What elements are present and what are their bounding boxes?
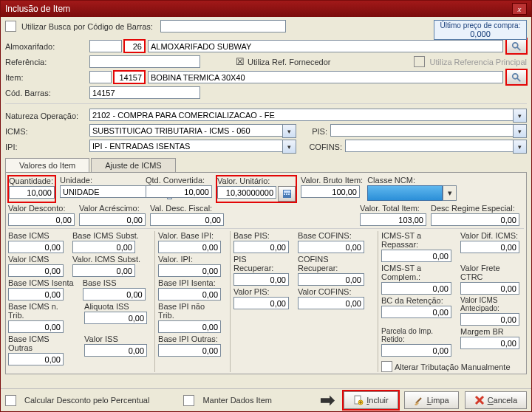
classe-ncm-label: Classe NCM: xyxy=(367,176,457,185)
cancela-button[interactable]: Cancela xyxy=(465,391,527,409)
broom-icon xyxy=(414,395,424,405)
item-code-blank[interactable] xyxy=(89,71,112,83)
cofins-value[interactable] xyxy=(345,140,513,152)
chevron-down-icon[interactable]: ▾ xyxy=(443,185,457,201)
valor-bruto-input[interactable] xyxy=(301,185,360,198)
valor-unitario-calc-button[interactable] xyxy=(278,186,296,202)
almoxarifado-code-highlight[interactable] xyxy=(124,40,145,52)
chevron-down-icon[interactable]: ▾ xyxy=(513,124,527,138)
chevron-down-icon[interactable]: ▾ xyxy=(513,109,527,123)
parcela-imp-retido-input[interactable] xyxy=(381,344,451,357)
base-icms-ntrib-input[interactable] xyxy=(8,320,64,333)
parcela-imp-retido-label: Parcela do Imp. Retido: xyxy=(381,327,451,343)
close-icon[interactable]: x xyxy=(512,3,527,15)
limpa-text: impa xyxy=(432,396,449,405)
footer-bar: Calcular Desconto pelo Percentual Manter… xyxy=(1,388,531,411)
valor-unitario-input[interactable] xyxy=(217,186,276,199)
arrow-annotation-icon: ➡ xyxy=(320,390,335,411)
cofins-recuperar-label: COFINS Recuperar: xyxy=(298,255,370,272)
base-icms-outras-input[interactable] xyxy=(8,353,64,365)
base-pis-input[interactable] xyxy=(233,241,289,253)
almoxarifado-lookup-button[interactable] xyxy=(506,38,527,54)
use-barcode-checkbox[interactable] xyxy=(5,21,16,32)
qtd-convertida-input[interactable] xyxy=(146,185,212,198)
manter-dados-item-checkbox[interactable] xyxy=(183,395,194,406)
classe-ncm-field[interactable] xyxy=(367,185,443,201)
referencia-label: Referência: xyxy=(5,58,86,66)
pis-select[interactable]: ▾ xyxy=(330,124,527,138)
base-ipi-outras-input[interactable] xyxy=(158,344,221,357)
natureza-operacao-value[interactable] xyxy=(89,109,513,121)
svg-line-3 xyxy=(517,78,520,80)
valor-icms-input[interactable] xyxy=(8,264,64,277)
cofins-select[interactable]: ▾ xyxy=(345,140,527,154)
base-icms-isenta-input[interactable] xyxy=(8,288,64,301)
window-title: Inclusão de Item xyxy=(5,4,70,14)
bc-retencao-input[interactable] xyxy=(381,306,451,318)
icms-value[interactable] xyxy=(89,124,282,137)
icms-st-complem-input[interactable] xyxy=(381,282,451,295)
val-desc-fiscal-input[interactable] xyxy=(150,213,224,226)
desc-regime-especial-input[interactable] xyxy=(431,213,519,226)
barcode-search-input[interactable] xyxy=(160,20,286,32)
base-cofins-label: Base COFINS: xyxy=(298,231,364,240)
unidade-select[interactable]: ▾ xyxy=(60,185,141,199)
chevron-down-icon[interactable]: ▾ xyxy=(282,140,296,154)
base-icms-subst-input[interactable] xyxy=(72,241,135,253)
valor-frete-ctrc-input[interactable] xyxy=(460,282,519,295)
valor-unitario-label: Valor. Unitário: xyxy=(217,176,296,185)
base-icms-outras-label: Base ICMS Outras xyxy=(8,334,75,352)
calc-desconto-percentual-checkbox[interactable] xyxy=(5,395,16,406)
ipi-select[interactable]: ▾ xyxy=(89,140,296,154)
limpa-button[interactable]: Limpa xyxy=(404,391,459,409)
aliquota-iss-label: Aliquota ISS xyxy=(84,302,147,311)
valor-icms-antecipado-input[interactable] xyxy=(460,313,519,326)
calc-desconto-percentual-label: Calcular Desconto pelo Percentual xyxy=(24,396,149,405)
icms-st-repassar-input[interactable] xyxy=(381,250,451,262)
chevron-down-icon[interactable]: ▾ xyxy=(282,124,296,138)
codbarras-input[interactable] xyxy=(89,86,200,99)
base-ipi-isenta-input[interactable] xyxy=(158,288,221,301)
almoxarifado-code-input[interactable] xyxy=(89,40,122,52)
item-code-input[interactable] xyxy=(114,71,145,83)
alterar-tributacao-checkbox[interactable] xyxy=(381,361,392,372)
item-label: Item: xyxy=(5,73,86,82)
base-cofins-input[interactable] xyxy=(298,241,364,253)
search-icon xyxy=(511,41,522,52)
base-icms-input[interactable] xyxy=(8,241,64,253)
quantidade-input[interactable] xyxy=(9,186,55,199)
valor-total-input[interactable] xyxy=(360,213,426,226)
tab-valores[interactable]: Valores do Item xyxy=(5,158,89,172)
base-ipi-isenta-label: Base IPI Isenta: xyxy=(158,278,222,287)
valor-icms-subst-input[interactable] xyxy=(72,264,135,277)
item-name-input[interactable] xyxy=(148,71,503,83)
valor-pis-input[interactable] xyxy=(233,297,289,309)
base-ipi-outras-label: Base IPI Outras: xyxy=(158,334,222,343)
cofins-recuperar-input[interactable] xyxy=(298,273,364,286)
utiliza-ref-principal-label: Utiliza Referencia Principal xyxy=(430,58,527,66)
almoxarifado-name-input[interactable] xyxy=(148,40,503,52)
valor-cofins-input[interactable] xyxy=(298,297,364,309)
valor-dif-icms-input[interactable] xyxy=(460,241,519,253)
base-iss-input[interactable] xyxy=(83,288,146,301)
valor-acrescimo-input[interactable] xyxy=(79,213,146,226)
referencia-input[interactable] xyxy=(89,55,200,68)
use-barcode-label: Utilizar Busca por Código de Barras: xyxy=(21,22,153,31)
valor-desconto-input[interactable] xyxy=(8,213,75,226)
aliquota-iss-input[interactable] xyxy=(84,312,147,324)
item-lookup-button[interactable] xyxy=(506,69,527,85)
margem-br-input[interactable] xyxy=(460,337,519,349)
natureza-operacao-select[interactable]: ▾ xyxy=(89,109,527,123)
tab-ajuste-icms[interactable]: Ajuste de ICMS xyxy=(91,158,175,172)
pis-value[interactable] xyxy=(330,124,513,137)
valor-base-ipi-input[interactable] xyxy=(158,241,221,253)
icms-select[interactable]: ▾ xyxy=(89,124,296,138)
pis-recuperar-input[interactable] xyxy=(233,273,289,286)
valor-iss-input[interactable] xyxy=(84,344,147,357)
chevron-down-icon[interactable]: ▾ xyxy=(513,140,527,154)
utiliza-ref-fornecedor-check[interactable]: ☒ xyxy=(236,56,245,67)
ipi-value[interactable] xyxy=(89,140,282,152)
incluir-button[interactable]: Incluir xyxy=(344,391,398,409)
valor-ipi-input[interactable] xyxy=(158,264,221,277)
base-ipi-ntrib-input[interactable] xyxy=(158,320,221,333)
